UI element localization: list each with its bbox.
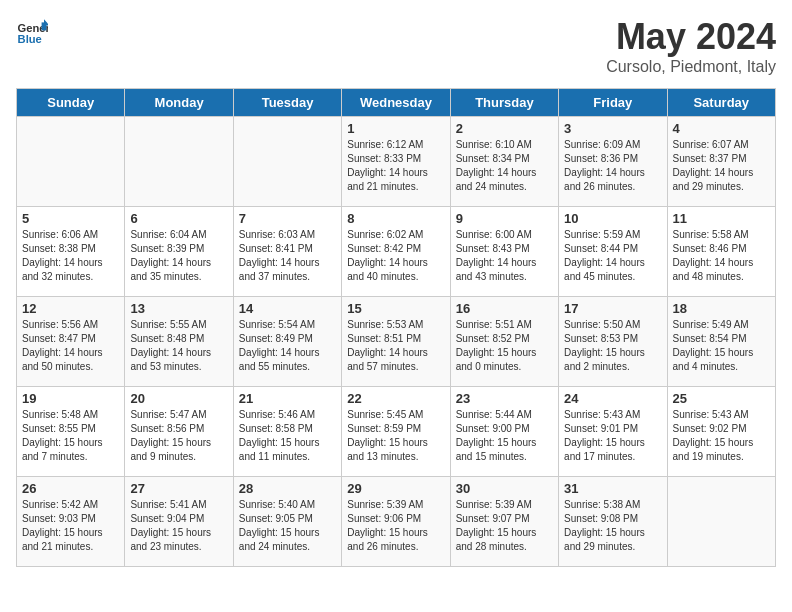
cell-content: Sunrise: 5:55 AM Sunset: 8:48 PM Dayligh… (130, 318, 227, 374)
table-row (233, 117, 341, 207)
calendar-subtitle: Cursolo, Piedmont, Italy (606, 58, 776, 76)
calendar-title: May 2024 (606, 16, 776, 58)
day-number: 22 (347, 391, 444, 406)
day-number: 5 (22, 211, 119, 226)
table-row: 24Sunrise: 5:43 AM Sunset: 9:01 PM Dayli… (559, 387, 667, 477)
cell-content: Sunrise: 5:43 AM Sunset: 9:01 PM Dayligh… (564, 408, 661, 464)
table-row: 2Sunrise: 6:10 AM Sunset: 8:34 PM Daylig… (450, 117, 558, 207)
day-number: 26 (22, 481, 119, 496)
svg-text:Blue: Blue (18, 33, 42, 45)
cell-content: Sunrise: 5:38 AM Sunset: 9:08 PM Dayligh… (564, 498, 661, 554)
title-block: May 2024 Cursolo, Piedmont, Italy (606, 16, 776, 76)
day-number: 7 (239, 211, 336, 226)
table-row: 5Sunrise: 6:06 AM Sunset: 8:38 PM Daylig… (17, 207, 125, 297)
table-row: 23Sunrise: 5:44 AM Sunset: 9:00 PM Dayli… (450, 387, 558, 477)
table-row: 12Sunrise: 5:56 AM Sunset: 8:47 PM Dayli… (17, 297, 125, 387)
cell-content: Sunrise: 5:42 AM Sunset: 9:03 PM Dayligh… (22, 498, 119, 554)
cell-content: Sunrise: 5:40 AM Sunset: 9:05 PM Dayligh… (239, 498, 336, 554)
header-friday: Friday (559, 89, 667, 117)
calendar-week-row: 1Sunrise: 6:12 AM Sunset: 8:33 PM Daylig… (17, 117, 776, 207)
table-row: 26Sunrise: 5:42 AM Sunset: 9:03 PM Dayli… (17, 477, 125, 567)
calendar-week-row: 5Sunrise: 6:06 AM Sunset: 8:38 PM Daylig… (17, 207, 776, 297)
table-row: 22Sunrise: 5:45 AM Sunset: 8:59 PM Dayli… (342, 387, 450, 477)
cell-content: Sunrise: 6:06 AM Sunset: 8:38 PM Dayligh… (22, 228, 119, 284)
table-row: 9Sunrise: 6:00 AM Sunset: 8:43 PM Daylig… (450, 207, 558, 297)
day-number: 13 (130, 301, 227, 316)
day-number: 2 (456, 121, 553, 136)
table-row: 16Sunrise: 5:51 AM Sunset: 8:52 PM Dayli… (450, 297, 558, 387)
cell-content: Sunrise: 5:59 AM Sunset: 8:44 PM Dayligh… (564, 228, 661, 284)
day-number: 27 (130, 481, 227, 496)
cell-content: Sunrise: 5:44 AM Sunset: 9:00 PM Dayligh… (456, 408, 553, 464)
day-number: 14 (239, 301, 336, 316)
day-number: 23 (456, 391, 553, 406)
cell-content: Sunrise: 6:07 AM Sunset: 8:37 PM Dayligh… (673, 138, 770, 194)
table-row: 7Sunrise: 6:03 AM Sunset: 8:41 PM Daylig… (233, 207, 341, 297)
cell-content: Sunrise: 6:03 AM Sunset: 8:41 PM Dayligh… (239, 228, 336, 284)
table-row: 3Sunrise: 6:09 AM Sunset: 8:36 PM Daylig… (559, 117, 667, 207)
cell-content: Sunrise: 5:45 AM Sunset: 8:59 PM Dayligh… (347, 408, 444, 464)
day-number: 18 (673, 301, 770, 316)
day-number: 29 (347, 481, 444, 496)
day-number: 17 (564, 301, 661, 316)
table-row: 19Sunrise: 5:48 AM Sunset: 8:55 PM Dayli… (17, 387, 125, 477)
day-number: 6 (130, 211, 227, 226)
table-row: 11Sunrise: 5:58 AM Sunset: 8:46 PM Dayli… (667, 207, 775, 297)
day-number: 11 (673, 211, 770, 226)
cell-content: Sunrise: 5:46 AM Sunset: 8:58 PM Dayligh… (239, 408, 336, 464)
cell-content: Sunrise: 5:50 AM Sunset: 8:53 PM Dayligh… (564, 318, 661, 374)
table-row: 14Sunrise: 5:54 AM Sunset: 8:49 PM Dayli… (233, 297, 341, 387)
table-row (17, 117, 125, 207)
day-number: 4 (673, 121, 770, 136)
cell-content: Sunrise: 5:53 AM Sunset: 8:51 PM Dayligh… (347, 318, 444, 374)
day-number: 24 (564, 391, 661, 406)
table-row: 17Sunrise: 5:50 AM Sunset: 8:53 PM Dayli… (559, 297, 667, 387)
cell-content: Sunrise: 5:48 AM Sunset: 8:55 PM Dayligh… (22, 408, 119, 464)
cell-content: Sunrise: 6:04 AM Sunset: 8:39 PM Dayligh… (130, 228, 227, 284)
day-number: 9 (456, 211, 553, 226)
header-monday: Monday (125, 89, 233, 117)
table-row: 8Sunrise: 6:02 AM Sunset: 8:42 PM Daylig… (342, 207, 450, 297)
weekday-header-row: Sunday Monday Tuesday Wednesday Thursday… (17, 89, 776, 117)
table-row: 15Sunrise: 5:53 AM Sunset: 8:51 PM Dayli… (342, 297, 450, 387)
table-row: 29Sunrise: 5:39 AM Sunset: 9:06 PM Dayli… (342, 477, 450, 567)
day-number: 31 (564, 481, 661, 496)
cell-content: Sunrise: 6:00 AM Sunset: 8:43 PM Dayligh… (456, 228, 553, 284)
day-number: 20 (130, 391, 227, 406)
table-row: 6Sunrise: 6:04 AM Sunset: 8:39 PM Daylig… (125, 207, 233, 297)
cell-content: Sunrise: 5:51 AM Sunset: 8:52 PM Dayligh… (456, 318, 553, 374)
cell-content: Sunrise: 5:43 AM Sunset: 9:02 PM Dayligh… (673, 408, 770, 464)
calendar-week-row: 12Sunrise: 5:56 AM Sunset: 8:47 PM Dayli… (17, 297, 776, 387)
cell-content: Sunrise: 5:39 AM Sunset: 9:06 PM Dayligh… (347, 498, 444, 554)
table-row: 4Sunrise: 6:07 AM Sunset: 8:37 PM Daylig… (667, 117, 775, 207)
table-row: 1Sunrise: 6:12 AM Sunset: 8:33 PM Daylig… (342, 117, 450, 207)
table-row: 10Sunrise: 5:59 AM Sunset: 8:44 PM Dayli… (559, 207, 667, 297)
cell-content: Sunrise: 6:12 AM Sunset: 8:33 PM Dayligh… (347, 138, 444, 194)
header-thursday: Thursday (450, 89, 558, 117)
cell-content: Sunrise: 5:54 AM Sunset: 8:49 PM Dayligh… (239, 318, 336, 374)
cell-content: Sunrise: 5:58 AM Sunset: 8:46 PM Dayligh… (673, 228, 770, 284)
day-number: 19 (22, 391, 119, 406)
cell-content: Sunrise: 5:41 AM Sunset: 9:04 PM Dayligh… (130, 498, 227, 554)
calendar-week-row: 19Sunrise: 5:48 AM Sunset: 8:55 PM Dayli… (17, 387, 776, 477)
table-row: 25Sunrise: 5:43 AM Sunset: 9:02 PM Dayli… (667, 387, 775, 477)
header-sunday: Sunday (17, 89, 125, 117)
cell-content: Sunrise: 6:09 AM Sunset: 8:36 PM Dayligh… (564, 138, 661, 194)
day-number: 8 (347, 211, 444, 226)
table-row: 27Sunrise: 5:41 AM Sunset: 9:04 PM Dayli… (125, 477, 233, 567)
day-number: 3 (564, 121, 661, 136)
table-row: 21Sunrise: 5:46 AM Sunset: 8:58 PM Dayli… (233, 387, 341, 477)
cell-content: Sunrise: 5:39 AM Sunset: 9:07 PM Dayligh… (456, 498, 553, 554)
header-saturday: Saturday (667, 89, 775, 117)
table-row: 31Sunrise: 5:38 AM Sunset: 9:08 PM Dayli… (559, 477, 667, 567)
table-row: 18Sunrise: 5:49 AM Sunset: 8:54 PM Dayli… (667, 297, 775, 387)
logo: General Blue (16, 16, 48, 48)
table-row (667, 477, 775, 567)
day-number: 12 (22, 301, 119, 316)
cell-content: Sunrise: 5:56 AM Sunset: 8:47 PM Dayligh… (22, 318, 119, 374)
page-header: General Blue May 2024 Cursolo, Piedmont,… (16, 16, 776, 76)
cell-content: Sunrise: 6:02 AM Sunset: 8:42 PM Dayligh… (347, 228, 444, 284)
table-row: 30Sunrise: 5:39 AM Sunset: 9:07 PM Dayli… (450, 477, 558, 567)
day-number: 15 (347, 301, 444, 316)
day-number: 28 (239, 481, 336, 496)
